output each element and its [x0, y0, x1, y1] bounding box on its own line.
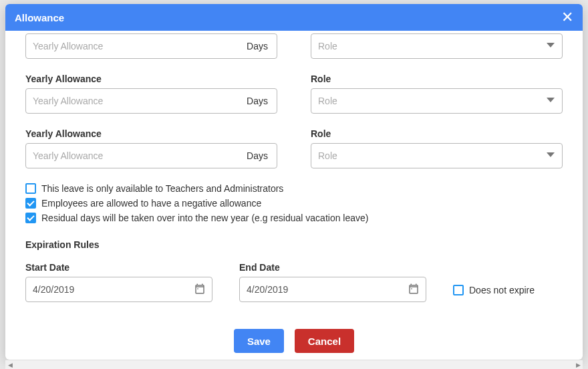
modal-body-scroll[interactable]: Yearly Allowance Days Role Role	[5, 31, 583, 360]
role-select[interactable]: Role	[311, 33, 563, 59]
end-date-input[interactable]	[239, 277, 426, 302]
horizontal-scrollbar[interactable]: ◀ ▶	[5, 360, 583, 369]
days-suffix: Days	[247, 88, 268, 114]
role-label: Role	[311, 128, 563, 139]
save-button[interactable]: Save	[234, 329, 284, 353]
start-date-label: Start Date	[25, 262, 212, 273]
expiration-rules-title: Expiration Rules	[25, 239, 563, 250]
checkbox-list: This leave is only available to Teachers…	[25, 183, 563, 223]
residual-carryover-checkbox[interactable]	[25, 213, 36, 223]
cancel-button[interactable]: Cancel	[295, 329, 354, 353]
role-label: Role	[311, 74, 563, 84]
button-row: Save Cancel	[25, 329, 563, 353]
role-select[interactable]: Role	[311, 143, 563, 168]
allowance-modal: Allowance ✕ Yearly Allowance Days Role R…	[5, 4, 583, 360]
allowance-row: Yearly Allowance Days Role Role	[25, 64, 563, 114]
close-icon[interactable]: ✕	[561, 10, 573, 25]
calendar-icon[interactable]	[408, 283, 420, 295]
modal-title: Allowance	[15, 12, 64, 23]
yearly-allowance-input[interactable]	[25, 33, 277, 59]
scroll-left-icon[interactable]: ◀	[5, 360, 15, 369]
scroll-right-icon[interactable]: ▶	[573, 360, 583, 369]
checkbox-label: Residual days will be taken over into th…	[41, 213, 369, 223]
calendar-icon[interactable]	[194, 283, 206, 295]
yearly-allowance-input[interactable]	[25, 143, 277, 168]
allowance-row: Yearly Allowance Days Role Role	[25, 119, 563, 168]
yearly-allowance-label: Yearly Allowance	[25, 128, 277, 139]
teachers-only-checkbox[interactable]	[25, 183, 36, 194]
days-suffix: Days	[247, 33, 268, 59]
checkbox-label: Employees are allowed to have a negative…	[41, 198, 261, 209]
does-not-expire-checkbox[interactable]	[453, 285, 464, 295]
role-select[interactable]: Role	[311, 88, 563, 114]
days-suffix: Days	[247, 143, 268, 168]
start-date-input[interactable]	[25, 277, 212, 302]
yearly-allowance-label: Yearly Allowance	[25, 74, 277, 84]
end-date-label: End Date	[239, 262, 426, 273]
allowance-row: Yearly Allowance Days Role Role	[25, 33, 563, 59]
checkbox-label: This leave is only available to Teachers…	[41, 183, 283, 194]
modal-header: Allowance ✕	[5, 4, 583, 31]
negative-allowance-checkbox[interactable]	[25, 198, 36, 209]
checkbox-label: Does not expire	[469, 285, 535, 295]
yearly-allowance-input[interactable]	[25, 88, 277, 114]
